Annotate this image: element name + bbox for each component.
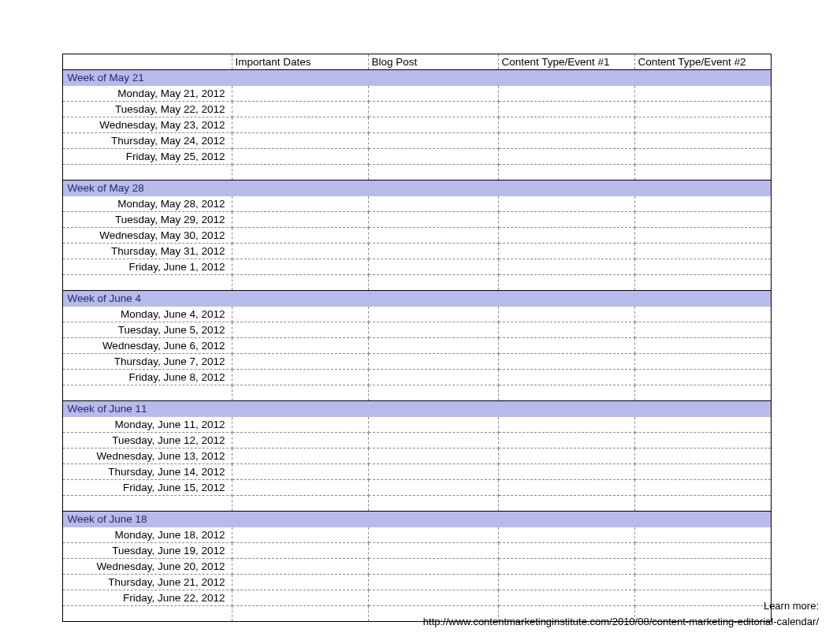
content-cell[interactable] <box>634 322 771 338</box>
content-cell[interactable] <box>498 228 634 244</box>
content-cell[interactable] <box>498 417 634 433</box>
content-cell[interactable] <box>368 322 498 338</box>
content-cell[interactable] <box>498 559 634 575</box>
content-cell[interactable] <box>232 244 368 259</box>
content-cell[interactable] <box>634 338 771 354</box>
content-cell[interactable] <box>634 417 771 433</box>
content-cell[interactable] <box>232 370 368 385</box>
content-cell[interactable] <box>232 559 368 575</box>
content-cell[interactable] <box>634 370 771 385</box>
week-header: Week of June 11 <box>62 401 771 417</box>
content-cell[interactable] <box>498 370 634 385</box>
content-cell[interactable] <box>232 322 368 338</box>
content-cell[interactable] <box>498 259 634 275</box>
content-cell[interactable] <box>634 102 771 117</box>
content-cell[interactable] <box>634 259 771 275</box>
content-cell[interactable] <box>232 212 368 228</box>
content-cell[interactable] <box>634 559 771 575</box>
content-cell[interactable] <box>498 196 634 212</box>
content-cell[interactable] <box>232 464 368 480</box>
content-cell[interactable] <box>368 559 498 575</box>
content-cell[interactable] <box>368 543 498 559</box>
content-cell[interactable] <box>498 433 634 449</box>
content-cell[interactable] <box>368 102 498 117</box>
content-cell[interactable] <box>368 259 498 275</box>
content-cell[interactable] <box>634 449 771 464</box>
content-cell[interactable] <box>368 307 498 322</box>
content-cell[interactable] <box>232 417 368 433</box>
content-cell[interactable] <box>498 322 634 338</box>
content-cell[interactable] <box>498 212 634 228</box>
content-cell[interactable] <box>368 196 498 212</box>
content-cell[interactable] <box>368 228 498 244</box>
content-cell[interactable] <box>232 259 368 275</box>
content-cell[interactable] <box>368 433 498 449</box>
content-cell[interactable] <box>634 244 771 259</box>
content-cell[interactable] <box>634 354 771 370</box>
day-row: Friday, May 25, 2012 <box>62 149 771 165</box>
content-cell[interactable] <box>498 480 634 496</box>
content-cell[interactable] <box>634 527 771 543</box>
content-cell[interactable] <box>368 370 498 385</box>
content-cell[interactable] <box>232 590 368 606</box>
content-cell[interactable] <box>368 212 498 228</box>
content-cell[interactable] <box>368 575 498 590</box>
content-cell[interactable] <box>634 543 771 559</box>
content-cell[interactable] <box>368 449 498 464</box>
content-cell[interactable] <box>498 117 634 133</box>
content-cell[interactable] <box>634 228 771 244</box>
content-cell[interactable] <box>634 575 771 590</box>
content-cell[interactable] <box>498 449 634 464</box>
content-cell[interactable] <box>498 307 634 322</box>
content-cell[interactable] <box>232 543 368 559</box>
content-cell[interactable] <box>232 86 368 102</box>
content-cell[interactable] <box>634 133 771 149</box>
content-cell[interactable] <box>232 527 368 543</box>
content-cell[interactable] <box>368 86 498 102</box>
content-cell[interactable] <box>232 196 368 212</box>
content-cell[interactable] <box>368 464 498 480</box>
content-cell[interactable] <box>368 338 498 354</box>
content-cell[interactable] <box>232 117 368 133</box>
content-cell[interactable] <box>498 133 634 149</box>
content-cell[interactable] <box>368 354 498 370</box>
content-cell[interactable] <box>498 338 634 354</box>
content-cell[interactable] <box>232 433 368 449</box>
content-cell[interactable] <box>368 244 498 259</box>
content-cell[interactable] <box>232 149 368 165</box>
content-cell[interactable] <box>498 149 634 165</box>
content-cell[interactable] <box>634 196 771 212</box>
content-cell[interactable] <box>498 354 634 370</box>
content-cell[interactable] <box>498 464 634 480</box>
content-cell[interactable] <box>634 86 771 102</box>
content-cell[interactable] <box>368 149 498 165</box>
day-row: Thursday, May 31, 2012 <box>62 244 771 259</box>
content-cell[interactable] <box>232 338 368 354</box>
content-cell[interactable] <box>232 133 368 149</box>
content-cell[interactable] <box>368 133 498 149</box>
content-cell[interactable] <box>498 575 634 590</box>
content-cell[interactable] <box>634 212 771 228</box>
content-cell[interactable] <box>498 86 634 102</box>
content-cell[interactable] <box>634 480 771 496</box>
content-cell[interactable] <box>232 354 368 370</box>
content-cell[interactable] <box>368 417 498 433</box>
content-cell[interactable] <box>634 149 771 165</box>
content-cell[interactable] <box>498 527 634 543</box>
content-cell[interactable] <box>232 480 368 496</box>
content-cell[interactable] <box>498 543 634 559</box>
content-cell[interactable] <box>368 117 498 133</box>
content-cell[interactable] <box>634 307 771 322</box>
content-cell[interactable] <box>232 575 368 590</box>
content-cell[interactable] <box>498 102 634 117</box>
content-cell[interactable] <box>368 527 498 543</box>
content-cell[interactable] <box>232 228 368 244</box>
content-cell[interactable] <box>232 449 368 464</box>
content-cell[interactable] <box>368 480 498 496</box>
content-cell[interactable] <box>634 117 771 133</box>
content-cell[interactable] <box>634 464 771 480</box>
content-cell[interactable] <box>232 102 368 117</box>
content-cell[interactable] <box>498 244 634 259</box>
content-cell[interactable] <box>232 307 368 322</box>
content-cell[interactable] <box>634 433 771 449</box>
